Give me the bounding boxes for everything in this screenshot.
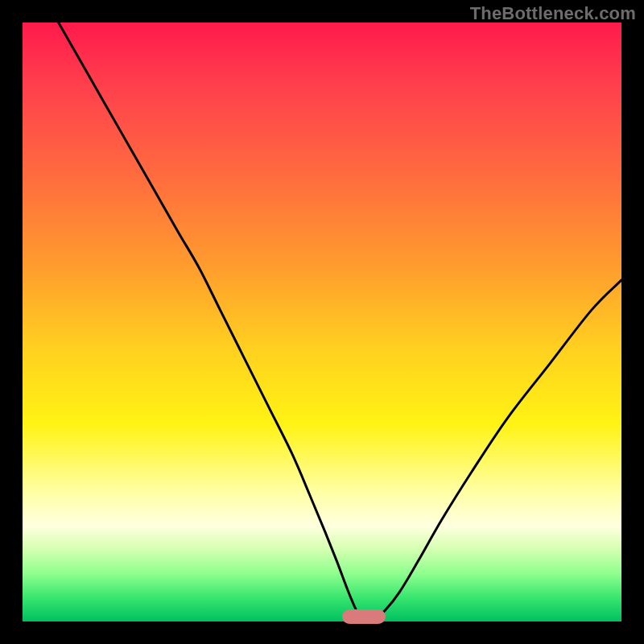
chart-frame: TheBottleneck.com xyxy=(0,0,644,644)
watermark-text: TheBottleneck.com xyxy=(470,3,636,24)
minimum-marker xyxy=(342,609,386,624)
bottleneck-curve xyxy=(23,23,621,621)
plot-area xyxy=(23,23,621,621)
curve-path xyxy=(59,23,621,619)
